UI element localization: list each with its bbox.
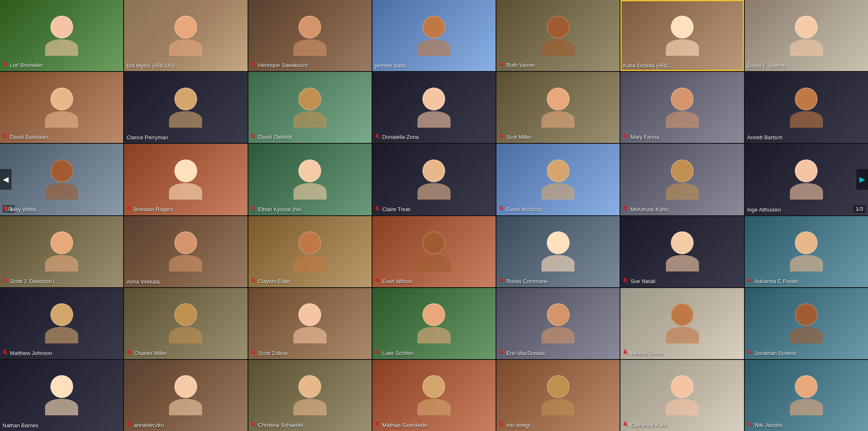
participant-name-text: Donatella Zona <box>382 134 419 140</box>
video-grid: Lori Bruhwiler Brit Myers (ARCUS) Henriq… <box>0 0 868 431</box>
participant-name-4: Ruth Varner <box>499 62 535 69</box>
participant-cell-24: Evan Wilcox <box>372 216 496 287</box>
mute-icon <box>251 421 257 429</box>
participant-video-23 <box>248 216 372 287</box>
mute-icon <box>375 350 381 357</box>
participant-cell-38: Mathias Goeckede <box>372 360 496 431</box>
participant-cell-30: Scott Zolkos <box>248 288 372 359</box>
participant-name-text: Scot Miller <box>506 134 532 140</box>
participant-name-6: David E. Butman <box>747 62 788 69</box>
participant-name-text: Inge Althuizen <box>747 207 781 213</box>
mute-icon <box>499 278 505 285</box>
participant-video-9 <box>248 72 372 143</box>
participant-cell-32: Erin MacDonald <box>496 288 620 359</box>
participant-cell-4: Ruth Varner <box>496 0 620 71</box>
participant-video-11 <box>496 72 620 143</box>
participant-cell-41: Niki Jacobs <box>745 360 868 431</box>
participant-cell-19: McKenzie Kuhn <box>620 144 744 215</box>
next-page-arrow[interactable]: ▶ <box>856 169 868 190</box>
participant-name-text: Gavin McNicol <box>506 206 541 212</box>
participant-name-22: Anna Virkkala <box>126 279 160 285</box>
participant-name-text: Christina Schaedel <box>258 422 303 428</box>
participant-name-text: Charles Miller <box>134 350 167 356</box>
participant-name-text: Scott J. Davidson (... <box>10 278 60 284</box>
participant-cell-21: Scott J. Davidson (... <box>0 216 123 287</box>
participant-name-text: Henrique Sawakuchi <box>258 62 308 68</box>
participant-cell-39: rob striegl <box>496 360 620 431</box>
participant-cell-17: Claire Treat <box>372 144 496 215</box>
participant-name-0: Lori Bruhwiler <box>2 62 43 69</box>
participant-name-text: Kuba Grzeda (ARC... <box>623 62 674 69</box>
participant-name-text: Annett Bartsch <box>747 134 782 140</box>
participant-cell-5: Kuba Grzeda (ARC... <box>620 0 744 71</box>
mute-icon <box>623 278 629 285</box>
participant-video-13 <box>745 72 868 143</box>
participant-video-1 <box>124 0 247 71</box>
participant-name-16: Ethan Kyzivat (he/... <box>251 206 306 213</box>
participant-name-17: Claire Treat <box>375 206 410 213</box>
participant-video-24 <box>372 216 496 287</box>
participant-video-14 <box>0 144 123 215</box>
participant-video-20 <box>745 144 868 215</box>
participant-name-36: annasieczko <box>126 421 164 429</box>
participant-name-35: Nathan Barnes <box>2 422 38 429</box>
participant-name-text: jennifer.watts <box>375 62 406 69</box>
participant-video-36 <box>124 360 247 431</box>
participant-name-20: Inge Althuizen <box>747 207 781 213</box>
mute-icon <box>499 350 505 357</box>
mute-icon <box>623 206 629 213</box>
participant-name-text: Mary Farina <box>630 134 659 140</box>
participant-name-text: Lori Bruhwiler <box>10 62 43 68</box>
participant-video-28 <box>0 288 123 359</box>
participant-cell-11: Scot Miller <box>496 72 620 143</box>
participant-name-text: Adrianna C Foster <box>755 278 799 284</box>
participant-name-15: Brendan Rogers <box>126 206 173 213</box>
mute-icon <box>2 278 8 285</box>
participant-name-38: Mathias Goeckede <box>375 421 427 429</box>
participant-name-24: Evan Wilcox <box>375 278 412 285</box>
participant-cell-28: Matthew Johnson <box>0 288 123 359</box>
participant-cell-20: ▶1/3Inge Althuizen <box>745 144 868 215</box>
mute-icon <box>251 133 257 140</box>
mute-icon <box>251 278 257 285</box>
mute-icon <box>747 350 753 357</box>
previous-page-arrow[interactable]: ◀ <box>0 169 12 190</box>
participant-name-40: Catherine Kuhn <box>623 421 668 429</box>
participant-cell-8: Clarice Perryman <box>124 72 247 143</box>
participant-video-7 <box>0 72 123 143</box>
mute-icon <box>499 62 505 69</box>
participant-name-text: Claire Treat <box>382 206 410 212</box>
participant-name-text: ailey Webb <box>10 206 36 212</box>
participant-name-32: Erin MacDonald <box>499 350 545 357</box>
mute-icon <box>251 62 257 69</box>
participant-cell-25: Roisin Commane <box>496 216 620 287</box>
participant-name-41: Niki Jacobs <box>747 421 782 429</box>
participant-name-text: rob striegl <box>506 422 530 428</box>
participant-name-text: McKenzie Kuhn <box>630 206 668 212</box>
participant-cell-33: Helene Genet <box>620 288 744 359</box>
participant-cell-23: Clayton Elder <box>248 216 372 287</box>
participant-cell-22: Anna Virkkala <box>124 216 247 287</box>
participant-name-28: Matthew Johnson <box>2 350 52 357</box>
participant-name-12: Mary Farina <box>623 133 659 140</box>
mute-icon <box>747 278 753 285</box>
participant-video-4 <box>496 0 620 71</box>
participant-video-26 <box>620 216 744 287</box>
participant-video-16 <box>248 144 372 215</box>
participant-name-text: Roisin Commane <box>506 278 548 284</box>
participant-name-1: Brit Myers (ARCUS) <box>126 62 174 69</box>
participant-name-text: Niki Jacobs <box>755 422 782 428</box>
participant-cell-10: Donatella Zona <box>372 72 496 143</box>
participant-name-30: Scott Zolkos <box>251 350 288 357</box>
mute-icon <box>623 421 629 429</box>
participant-cell-15: Brendan Rogers <box>124 144 247 215</box>
participant-video-30 <box>248 288 372 359</box>
mute-icon <box>2 133 8 140</box>
participant-name-18: Gavin McNicol <box>499 206 541 213</box>
participant-video-2 <box>248 0 372 71</box>
participant-cell-1: Brit Myers (ARCUS) <box>124 0 247 71</box>
mute-icon <box>251 350 257 357</box>
participant-cell-40: Catherine Kuhn <box>620 360 744 431</box>
participant-name-7: David Bastviken <box>2 133 48 140</box>
mute-icon <box>623 133 629 140</box>
